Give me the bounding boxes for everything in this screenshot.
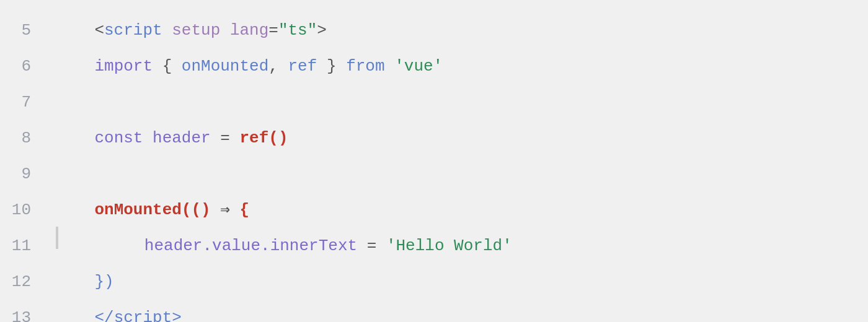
token: , [268,48,288,84]
code-line: 8 const header = ref() [0,120,868,156]
code-line: 10 onMounted(() ⇒ { [0,192,868,228]
code-line: 6 import { onMounted, ref } from 'vue' [0,48,868,84]
token: setup [172,12,220,48]
token: () [268,120,288,156]
indent-bar [56,227,58,249]
token: lang [230,12,268,48]
token: onMounted [182,48,268,84]
code-line: 7 [0,84,868,120]
token [220,12,230,48]
token: > [317,12,327,48]
token: ( [182,192,192,228]
token [56,264,94,300]
token [385,48,395,84]
line-number: 9 [0,156,50,192]
code-line: 12 }) [0,264,868,300]
code-editor: 5 <script setup lang="ts">6 import { onM… [0,0,868,322]
line-number: 11 [0,228,50,264]
token: ref [288,48,317,84]
token: = [357,228,386,264]
token: () [191,192,210,228]
token [143,120,153,156]
line-content: header.value.innerText = 'Hello World' [50,228,868,264]
token: import [94,48,153,84]
line-number: 12 [0,264,50,300]
line-content: <script setup lang="ts"> [50,12,868,48]
code-line: 13 </script> [0,300,868,322]
token: } [317,48,346,84]
token: ref [239,120,268,156]
token: }) [94,264,113,300]
token [56,48,94,84]
token: 'Hello World' [386,228,512,264]
token: ⇒ [211,192,240,228]
token: script [104,12,162,48]
token: script [114,300,172,322]
token: = [268,12,278,48]
token [162,12,172,48]
token: { [240,192,250,228]
token: header.value.innerText [144,228,357,264]
line-content: onMounted(() ⇒ { [50,192,868,228]
token: onMounted [94,192,181,228]
code-line: 5 <script setup lang="ts"> [0,12,868,48]
code-line: 11 header.value.innerText = 'Hello World… [0,228,868,264]
line-content: }) [50,264,868,300]
token: "ts" [278,12,317,48]
line-number: 6 [0,48,50,84]
line-number: 7 [0,84,50,120]
token [56,192,94,228]
token: </ [56,300,114,322]
line-content: </script> [50,300,868,322]
token: { [153,48,182,84]
token [67,228,144,264]
line-content: import { onMounted, ref } from 'vue' [50,48,868,84]
token: header [153,120,211,156]
token: from [346,48,384,84]
line-number: 10 [0,192,50,228]
token [56,120,94,156]
token: > [172,300,182,322]
code-line: 9 [0,156,868,192]
line-content: const header = ref() [50,120,868,156]
line-number: 13 [0,300,50,322]
token: 'vue' [394,48,443,84]
token: < [56,12,104,48]
line-number: 5 [0,12,50,48]
token: = [211,120,240,156]
line-number: 8 [0,120,50,156]
token: const [94,120,143,156]
